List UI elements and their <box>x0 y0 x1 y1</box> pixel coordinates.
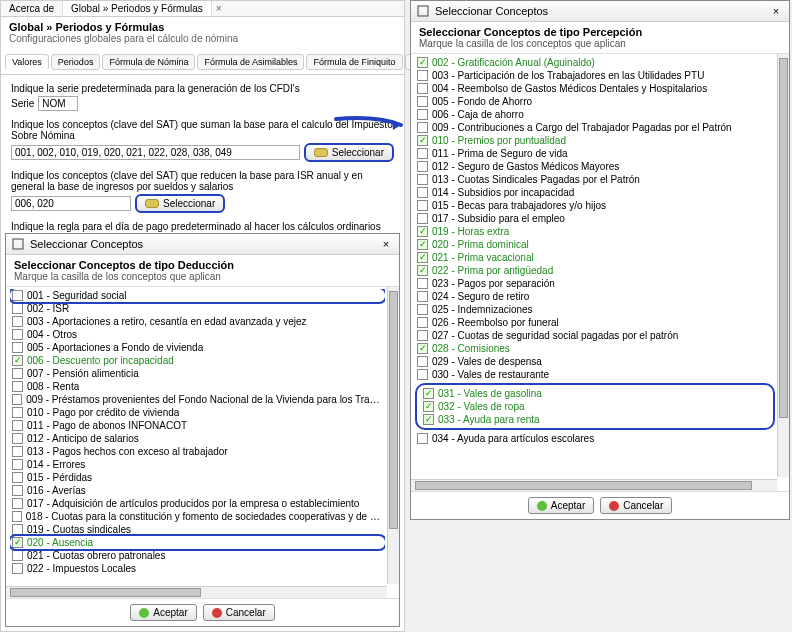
list-item[interactable]: 003 - Aportaciones a retiro, cesantía en… <box>10 315 385 328</box>
checkbox-icon[interactable] <box>417 369 428 380</box>
checkbox-icon[interactable] <box>417 96 428 107</box>
list-item[interactable]: 010 - Pago por crédito de vivienda <box>10 406 385 419</box>
tab-close-icon[interactable]: × <box>212 1 226 16</box>
list-item[interactable]: 011 - Pago de abonos INFONACOT <box>10 419 385 432</box>
vertical-scrollbar[interactable] <box>777 54 789 477</box>
checkbox-icon[interactable] <box>417 200 428 211</box>
checkbox-icon[interactable] <box>12 433 23 444</box>
list-item[interactable]: 022 - Impuestos Locales <box>10 562 385 575</box>
checkbox-icon[interactable] <box>12 290 23 301</box>
checkbox-icon[interactable] <box>417 304 428 315</box>
list-item[interactable]: 002 - ISR <box>10 302 385 315</box>
checkbox-icon[interactable] <box>417 278 428 289</box>
checkbox-icon[interactable]: ✓ <box>12 537 23 548</box>
list-item[interactable]: ✓020 - Prima dominical <box>415 238 775 251</box>
list-item[interactable]: 025 - Indemnizaciones <box>415 303 775 316</box>
checkbox-icon[interactable]: ✓ <box>423 414 434 425</box>
list-item[interactable]: 017 - Adquisición de artículos producido… <box>10 497 385 510</box>
checkbox-icon[interactable] <box>12 563 23 574</box>
list-item[interactable]: ✓002 - Gratificación Anual (Aguinaldo) <box>415 56 775 69</box>
checkbox-icon[interactable] <box>12 485 23 496</box>
checkbox-icon[interactable]: ✓ <box>417 252 428 263</box>
seleccionar-isr-button[interactable]: Seleccionar <box>135 194 225 213</box>
checkbox-icon[interactable] <box>12 368 23 379</box>
list-item[interactable]: ✓021 - Prima vacacional <box>415 251 775 264</box>
list-item[interactable]: 018 - Cuotas para la constitución y fome… <box>10 510 385 523</box>
list-item[interactable]: 012 - Anticipo de salarios <box>10 432 385 445</box>
list-item[interactable]: 009 - Préstamos provenientes del Fondo N… <box>10 393 385 406</box>
checkbox-icon[interactable]: ✓ <box>417 265 428 276</box>
checkbox-icon[interactable] <box>12 498 23 509</box>
checkbox-icon[interactable] <box>417 161 428 172</box>
checkbox-icon[interactable] <box>12 459 23 470</box>
list-item[interactable]: 015 - Becas para trabajadores y/o hijos <box>415 199 775 212</box>
list-item[interactable]: ✓010 - Premios por puntualidad <box>415 134 775 147</box>
checkbox-icon[interactable] <box>417 187 428 198</box>
list-item[interactable]: 027 - Cuotas de seguridad social pagadas… <box>415 329 775 342</box>
checkbox-icon[interactable] <box>417 70 428 81</box>
list-item[interactable]: 023 - Pagos por separación <box>415 277 775 290</box>
list-item[interactable]: 019 - Cuotas sindicales <box>10 523 385 536</box>
tab-global-periodos[interactable]: Global » Periodos y Fórmulas <box>63 1 212 16</box>
horizontal-scrollbar[interactable] <box>6 586 387 598</box>
list-item[interactable]: 034 - Ayuda para artículos escolares <box>415 432 775 445</box>
checkbox-icon[interactable]: ✓ <box>417 226 428 237</box>
list-item[interactable]: ✓006 - Descuento por incapacidad <box>10 354 385 367</box>
list-item[interactable]: 001 - Seguridad social <box>10 289 385 302</box>
checkbox-icon[interactable] <box>417 122 428 133</box>
checkbox-icon[interactable] <box>12 420 23 431</box>
list-item[interactable]: ✓022 - Prima por antigüedad <box>415 264 775 277</box>
checkbox-icon[interactable]: ✓ <box>417 135 428 146</box>
checkbox-icon[interactable] <box>417 174 428 185</box>
checkbox-icon[interactable] <box>12 407 23 418</box>
checkbox-icon[interactable]: ✓ <box>423 388 434 399</box>
list-item[interactable]: ✓031 - Vales de gasolina <box>421 387 769 400</box>
checkbox-icon[interactable] <box>12 381 23 392</box>
checkbox-icon[interactable] <box>12 316 23 327</box>
checkbox-icon[interactable]: ✓ <box>417 239 428 250</box>
subtab-formula-asimilables[interactable]: Fórmula de Asimilables <box>197 54 304 70</box>
list-item[interactable]: 016 - Averías <box>10 484 385 497</box>
vertical-scrollbar[interactable] <box>387 287 399 584</box>
checkbox-icon[interactable]: ✓ <box>417 343 428 354</box>
checkbox-icon[interactable] <box>12 472 23 483</box>
tab-acerca[interactable]: Acerca de <box>1 1 63 16</box>
list-item[interactable]: 014 - Subsidios por incapacidad <box>415 186 775 199</box>
list-item[interactable]: 030 - Vales de restaurante <box>415 368 775 381</box>
serie-input[interactable] <box>38 96 78 111</box>
checkbox-icon[interactable] <box>12 511 22 522</box>
subtab-formula-nomina[interactable]: Fórmula de Nómina <box>102 54 195 70</box>
checkbox-icon[interactable] <box>12 342 23 353</box>
checkbox-icon[interactable] <box>417 433 428 444</box>
list-item[interactable]: 004 - Otros <box>10 328 385 341</box>
list-item[interactable]: ✓020 - Ausencia <box>10 536 385 549</box>
aceptar-button[interactable]: Aceptar <box>130 604 196 621</box>
impuesto-input[interactable] <box>11 145 300 160</box>
subtab-periodos[interactable]: Periodos <box>51 54 101 70</box>
close-icon[interactable]: × <box>379 237 393 251</box>
list-item[interactable]: 004 - Reembolso de Gastos Médicos Dental… <box>415 82 775 95</box>
list-item[interactable]: ✓033 - Ayuda para renta <box>421 413 769 426</box>
subtab-formula-finiquito[interactable]: Fórmula de Finiquito <box>306 54 402 70</box>
list-item[interactable]: 006 - Caja de ahorro <box>415 108 775 121</box>
list-item[interactable]: 005 - Fondo de Ahorro <box>415 95 775 108</box>
list-item[interactable]: 026 - Reembolso por funeral <box>415 316 775 329</box>
list-item[interactable]: 007 - Pensión alimenticia <box>10 367 385 380</box>
list-item[interactable]: 012 - Seguro de Gastos Médicos Mayores <box>415 160 775 173</box>
list-item[interactable]: 013 - Cuotas Sindicales Pagadas por el P… <box>415 173 775 186</box>
list-item[interactable]: 017 - Subsidio para el empleo <box>415 212 775 225</box>
close-icon[interactable]: × <box>769 4 783 18</box>
list-item[interactable]: 029 - Vales de despensa <box>415 355 775 368</box>
seleccionar-impuesto-button[interactable]: Seleccionar <box>304 143 394 162</box>
checkbox-icon[interactable]: ✓ <box>12 355 23 366</box>
list-item[interactable]: 013 - Pagos hechos con exceso al trabaja… <box>10 445 385 458</box>
checkbox-icon[interactable] <box>12 394 22 405</box>
checkbox-icon[interactable]: ✓ <box>423 401 434 412</box>
checkbox-icon[interactable]: ✓ <box>417 57 428 68</box>
horizontal-scrollbar[interactable] <box>411 479 777 491</box>
checkbox-icon[interactable] <box>417 148 428 159</box>
checkbox-icon[interactable] <box>12 550 23 561</box>
list-item[interactable]: 008 - Renta <box>10 380 385 393</box>
aceptar-button[interactable]: Aceptar <box>528 497 594 514</box>
checkbox-icon[interactable] <box>417 317 428 328</box>
